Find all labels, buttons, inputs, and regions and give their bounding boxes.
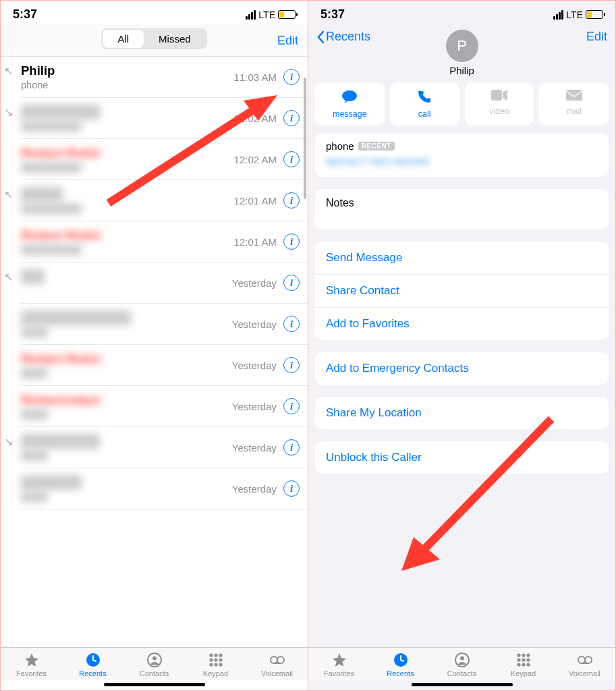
- svg-point-11: [209, 663, 213, 666]
- tab-contacts[interactable]: Contacts: [431, 652, 493, 678]
- notes-card[interactable]: Notes: [315, 189, 609, 229]
- option-add-to-emergency-contacts[interactable]: Add to Emergency Contacts: [315, 352, 609, 385]
- call-time: 12:02 AM: [234, 113, 277, 124]
- call-subtitle: redact: [21, 491, 232, 502]
- tab-label: Voicemail: [569, 669, 600, 678]
- call-row[interactable]: Redactredact redact Yesterday i: [21, 427, 308, 468]
- svg-point-33: [526, 663, 530, 666]
- caller-name: Redactredact: [21, 434, 232, 449]
- phone-label: phone: [326, 140, 354, 152]
- call-subtitle: redact red red: [21, 162, 234, 173]
- tab-bar[interactable]: FavoritesRecentsContactsKeypadVoicemail: [308, 647, 615, 680]
- recent-badge: RECENT: [358, 142, 395, 150]
- phone-number[interactable]: REDACT RED REDRE: [326, 156, 598, 167]
- recents-icon: [392, 652, 410, 668]
- tab-label: Contacts: [140, 669, 169, 678]
- clock: 5:37: [320, 7, 345, 22]
- option-share-contact[interactable]: Share Contact: [315, 274, 609, 307]
- info-button[interactable]: i: [283, 398, 300, 414]
- option-add-to-favorites[interactable]: Add to Favorites: [315, 307, 609, 340]
- tab-label: Voicemail: [261, 669, 293, 678]
- tab-keypad[interactable]: Keypad: [493, 652, 554, 678]
- tab-bar[interactable]: FavoritesRecentsContactsKeypadVoicemail: [1, 647, 308, 680]
- tab-favorites[interactable]: Favorites: [308, 652, 370, 678]
- info-button[interactable]: i: [283, 316, 300, 332]
- edit-button[interactable]: Edit: [586, 30, 607, 44]
- call-row[interactable]: Philip phone 11:03 AM i: [21, 57, 308, 98]
- status-bar: 5:37 LTE: [1, 1, 308, 24]
- signal-icon: [246, 10, 256, 20]
- svg-point-31: [517, 663, 520, 666]
- back-button[interactable]: Recents: [316, 30, 370, 44]
- tab-label: Contacts: [447, 669, 476, 678]
- info-button[interactable]: i: [283, 233, 300, 250]
- call-subtitle: redact red red: [21, 244, 234, 255]
- call-time: 12:02 AM: [234, 154, 277, 165]
- phone-card[interactable]: phone RECENT REDACT RED REDRE: [315, 134, 609, 177]
- battery-icon: [586, 10, 603, 19]
- voicemail-icon: [269, 652, 286, 668]
- call-row[interactable]: Red Yesterday i: [21, 262, 308, 304]
- info-button[interactable]: i: [283, 192, 300, 209]
- info-button[interactable]: i: [283, 110, 300, 126]
- option-send-message[interactable]: Send Message: [315, 242, 609, 274]
- call-row[interactable]: Redact Redct redact red red 12:02 AM i: [21, 139, 308, 180]
- option-share-my-location[interactable]: Share My Location: [315, 397, 609, 429]
- call-row[interactable]: Redact redact red red 12:01 AM i: [21, 180, 308, 221]
- call-time: Yesterday: [232, 442, 277, 453]
- tab-keypad[interactable]: Keypad: [185, 652, 246, 678]
- tab-voicemail[interactable]: Voicemail: [554, 652, 615, 678]
- call-time: 12:01 AM: [234, 236, 277, 248]
- action-buttons-row: messagecallvideomail: [308, 74, 615, 134]
- svg-point-5: [209, 653, 213, 657]
- avatar[interactable]: P: [446, 30, 478, 62]
- svg-point-28: [517, 658, 520, 661]
- tab-label: Recents: [79, 669, 106, 678]
- svg-point-6: [214, 653, 217, 657]
- tab-contacts[interactable]: Contacts: [123, 652, 185, 678]
- svg-point-26: [522, 653, 525, 657]
- tab-recents[interactable]: Recents: [370, 652, 431, 678]
- info-button[interactable]: i: [283, 480, 300, 497]
- caller-name: Red: [21, 269, 232, 284]
- info-button[interactable]: i: [283, 439, 300, 455]
- tab-label: Keypad: [511, 669, 536, 678]
- filter-segmented-control[interactable]: All Missed: [101, 28, 206, 49]
- tab-label: Recents: [387, 669, 414, 678]
- message-button[interactable]: message: [315, 82, 385, 126]
- svg-point-9: [214, 658, 217, 661]
- edit-button[interactable]: Edit: [277, 33, 298, 47]
- filter-missed[interactable]: Missed: [144, 30, 206, 48]
- option-unblock-this-caller[interactable]: Unblock this Caller: [315, 441, 609, 474]
- battery-icon: [278, 10, 296, 19]
- recents-header: All Missed Edit: [1, 24, 308, 57]
- call-subtitle: redact red red: [21, 121, 234, 132]
- call-time: Yesterday: [232, 483, 277, 495]
- filter-all[interactable]: All: [103, 30, 144, 48]
- info-button[interactable]: i: [283, 151, 300, 167]
- svg-rect-18: [491, 90, 502, 101]
- info-button[interactable]: i: [283, 357, 300, 373]
- chevron-left-icon: [316, 30, 325, 44]
- tab-voicemail[interactable]: Voicemail: [246, 652, 308, 678]
- video-icon: [491, 89, 508, 104]
- call-row[interactable]: Redact Redct redact red red 12:01 AM i: [21, 221, 308, 262]
- call-row[interactable]: Redact Redct redact red red 12:02 AM i: [21, 98, 308, 139]
- call-direction-icon: [5, 66, 13, 78]
- recents-list[interactable]: Philip phone 11:03 AM i Redact Redct red…: [1, 57, 308, 647]
- contacts-icon: [146, 652, 163, 668]
- call-time: 11:03 AM: [234, 72, 277, 83]
- tab-recents[interactable]: Recents: [62, 652, 123, 678]
- svg-point-12: [214, 663, 217, 666]
- info-button[interactable]: i: [283, 69, 300, 85]
- call-row[interactable]: Redactred redact Yesterday i: [21, 468, 308, 509]
- caller-name: Redact RD REDRE: [21, 310, 232, 325]
- contacts-icon: [453, 652, 471, 668]
- call-row[interactable]: Redactredact redact Yesterday i: [21, 386, 308, 427]
- tab-favorites[interactable]: Favorites: [1, 652, 62, 678]
- call-subtitle: redact: [21, 327, 232, 337]
- info-button[interactable]: i: [283, 275, 300, 291]
- call-button[interactable]: call: [390, 82, 459, 126]
- call-row[interactable]: Redact RD REDRE redact Yesterday i: [21, 304, 308, 345]
- call-row[interactable]: Redact Redct redact Yesterday i: [21, 345, 308, 386]
